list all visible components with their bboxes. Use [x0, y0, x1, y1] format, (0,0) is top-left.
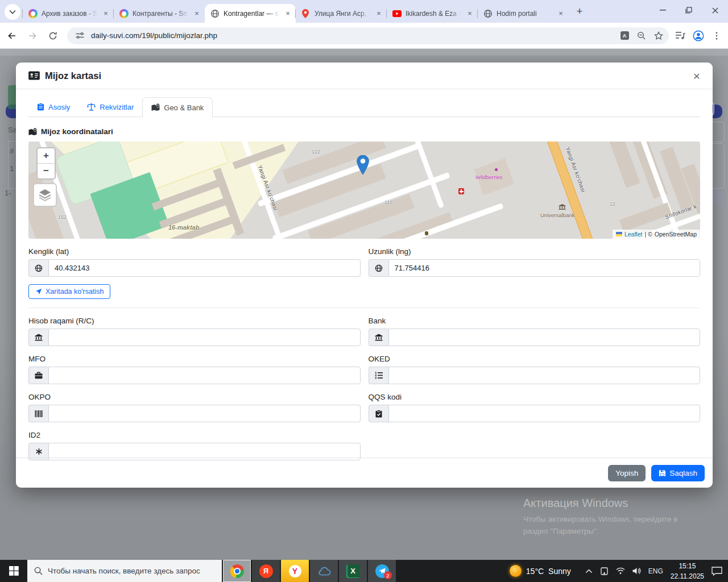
bank-label: Bank	[369, 317, 701, 325]
taskbar-weather[interactable]: 15°C Sunny	[510, 565, 571, 577]
volume-icon[interactable]	[632, 567, 641, 575]
tab-search-button[interactable]	[5, 4, 20, 20]
windows-taskbar: Чтобы начать поиск, введите здесь запрос…	[0, 560, 728, 582]
map-marker-icon[interactable]	[357, 155, 369, 174]
browser-toolbar: daily-suvi.com/19l/public/mijozlar.php A…	[0, 23, 728, 49]
tab-close-icon[interactable]: ×	[192, 9, 201, 18]
osm-link[interactable]: OpenStreetMap	[655, 231, 697, 238]
url-text[interactable]: daily-suvi.com/19l/public/mijozlar.php	[91, 31, 613, 40]
map-wildberries-label: Wildberries	[475, 174, 503, 180]
clipboard-icon	[37, 103, 44, 111]
sun-icon	[510, 565, 522, 577]
wifi-icon[interactable]	[616, 567, 625, 575]
watermark-title: Активация Windows	[523, 497, 677, 510]
leaflet-link[interactable]: Leaflet	[624, 231, 643, 238]
section-title: Mijoz koordinatalari	[28, 127, 700, 136]
notification-badge: 2	[384, 571, 392, 579]
address-bar[interactable]: daily-suvi.com/19l/public/mijozlar.php A	[67, 27, 669, 44]
clock-time: 15:15	[671, 561, 704, 571]
lat-input[interactable]	[48, 259, 361, 277]
weather-temp: 15°C	[526, 567, 544, 576]
map-zoom-control: + −	[36, 147, 56, 180]
globe-favicon	[210, 9, 220, 18]
chrome-icon	[230, 564, 244, 578]
tray-chevron-icon[interactable]	[585, 568, 593, 573]
bookmark-star-icon[interactable]	[653, 30, 664, 41]
tab-close-icon[interactable]: ×	[465, 9, 474, 18]
media-controls-icon[interactable]	[675, 30, 686, 41]
taskbar-chrome-button[interactable]	[223, 560, 251, 582]
weather-condition: Sunny	[548, 567, 571, 576]
minimize-button[interactable]	[650, 0, 676, 20]
map-school-label: 16-maktab	[168, 224, 199, 231]
tab-kontragentlar-active[interactable]: Kontragentlar — si ×	[205, 4, 296, 23]
taskbar-cloud-button[interactable]	[310, 560, 338, 582]
tab-arkhiv-zakazov[interactable]: Архив заказов - S ×	[23, 4, 114, 23]
oked-input[interactable]	[388, 367, 701, 384]
tab-close-icon[interactable]: ×	[101, 9, 110, 18]
tab-close-icon[interactable]: ×	[556, 9, 565, 18]
okpo-input[interactable]	[48, 405, 361, 422]
tab-close-icon[interactable]: ×	[374, 9, 383, 18]
mijoz-kartasi-modal: Mijoz kartasi × Asosiy Rekvizitlar Geo &…	[16, 63, 713, 488]
tab-asosiy[interactable]: Asosiy	[28, 97, 78, 117]
zoom-out-page-icon[interactable]	[636, 30, 647, 41]
taskbar-yandex-button[interactable]: Y	[281, 560, 309, 582]
profile-avatar-icon[interactable]	[693, 30, 704, 41]
tab-label: Geo & Bank	[164, 103, 204, 112]
background-text: 1	[10, 164, 14, 173]
map-layers-control[interactable]	[33, 183, 57, 207]
language-indicator[interactable]: ENG	[648, 567, 663, 575]
browser-menu-icon[interactable]: ⋮	[711, 30, 722, 41]
reload-button[interactable]	[44, 27, 61, 44]
account-input[interactable]	[48, 329, 361, 346]
tab-title: Улица Янги Аср, 1	[315, 10, 370, 18]
chevron-down-icon	[9, 10, 16, 14]
search-placeholder: Чтобы начать поиск, введите здесь запрос	[48, 567, 200, 575]
browser-tab-strip: Архив заказов - S × Контрагенты - Sm × K…	[0, 0, 728, 23]
globe-icon	[28, 259, 48, 277]
show-on-map-button[interactable]: Xaritada ko'rsatish	[28, 284, 110, 299]
tab-ulitsa-yangi-asr[interactable]: Улица Янги Аср, 1 ×	[296, 4, 387, 23]
zoom-out-button[interactable]: −	[38, 164, 55, 178]
taskbar-clock[interactable]: 15:15 22.11.2025	[671, 561, 704, 581]
taskbar-excel-button[interactable]: X	[339, 560, 367, 582]
tab-close-icon[interactable]: ×	[283, 9, 292, 18]
save-floppy-icon	[659, 469, 666, 477]
tablet-mode-icon[interactable]	[600, 567, 609, 575]
start-button[interactable]	[0, 560, 27, 582]
background-text: #	[10, 147, 14, 155]
tab-hodim-portali[interactable]: Hodim portali ×	[478, 4, 569, 23]
lng-input[interactable]	[388, 259, 701, 277]
mfo-input[interactable]	[48, 367, 361, 384]
tab-rekvizitlar[interactable]: Rekvizitlar	[78, 97, 142, 117]
back-button[interactable]	[3, 27, 20, 44]
zoom-in-button[interactable]: +	[38, 148, 55, 164]
close-button[interactable]: Yopish	[608, 465, 646, 481]
taskbar-messenger-button[interactable]: 2	[368, 560, 396, 582]
forward-button[interactable]	[24, 27, 41, 44]
leaflet-map[interactable]: 152 122 116 22 16-maktab Yangi Asr ko'ch…	[28, 142, 700, 239]
map-bank-icon	[559, 204, 566, 210]
taskbar-search[interactable]: Чтобы начать поиск, введите здесь запрос	[27, 560, 222, 582]
translate-icon[interactable]: A	[619, 30, 630, 41]
new-tab-button[interactable]: +	[572, 4, 587, 19]
tab-geo-bank[interactable]: Geo & Bank	[142, 97, 213, 118]
qqs-input[interactable]	[388, 405, 701, 422]
tab-youtube[interactable]: Ikikardesh & Eza - ×	[387, 4, 478, 23]
map-universalbank-label: Universalbank	[540, 212, 574, 218]
show-on-map-label: Xaritada ko'rsatish	[46, 288, 104, 296]
site-settings-icon[interactable]	[74, 30, 85, 41]
map-pin-favicon	[301, 9, 311, 18]
taskbar-yandex-browser-button[interactable]: Я	[252, 560, 280, 582]
modal-close-icon[interactable]: ×	[693, 70, 700, 82]
location-arrow-icon	[35, 288, 42, 295]
windows-logo-icon	[9, 566, 19, 576]
bank-input[interactable]	[388, 329, 701, 346]
layers-icon	[38, 189, 52, 201]
restore-button[interactable]	[676, 0, 702, 20]
action-center-icon[interactable]	[712, 567, 722, 576]
close-window-button[interactable]	[702, 0, 728, 20]
tab-kontragenty[interactable]: Контрагенты - Sm ×	[114, 4, 205, 23]
save-button[interactable]: Saqlash	[651, 465, 705, 481]
